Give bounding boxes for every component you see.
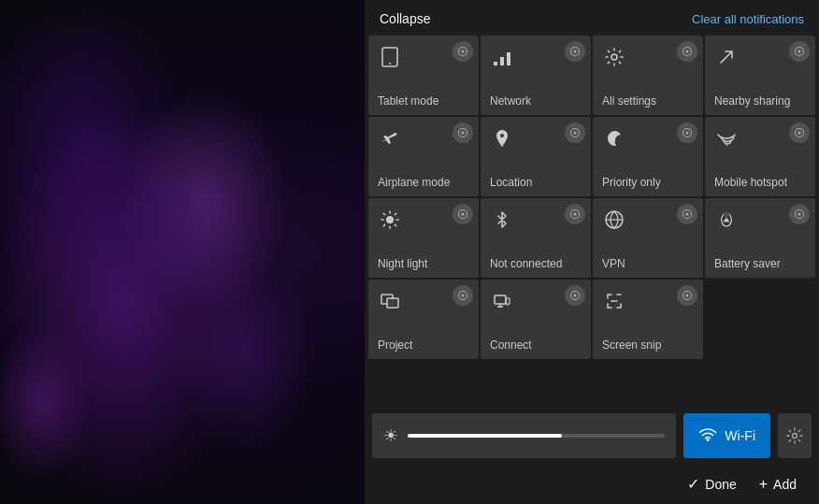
tile-bluetooth-label: Not connected	[490, 257, 562, 270]
tile-location-settings-icon[interactable]	[565, 122, 585, 143]
tile-priority-settings-icon[interactable]	[677, 122, 697, 143]
add-plus-icon: +	[759, 476, 768, 493]
done-button[interactable]: ✓ Done	[687, 475, 736, 493]
done-add-row: ✓ Done + Add	[372, 466, 812, 504]
svg-point-13	[798, 132, 801, 135]
svg-point-20	[798, 213, 801, 216]
svg-point-0	[462, 50, 465, 53]
wifi-label: Wi-Fi	[725, 428, 755, 443]
night-light-icon	[380, 209, 400, 236]
tile-hotspot-settings-icon[interactable]	[789, 122, 810, 143]
tile-connect[interactable]: Connect	[481, 280, 591, 359]
tile-network-settings-icon[interactable]	[565, 41, 585, 62]
tile-bluetooth[interactable]: Not connected	[481, 198, 591, 278]
tile-battery-settings-icon[interactable]	[789, 204, 810, 224]
svg-point-8	[611, 54, 617, 60]
tile-connect-settings-icon[interactable]	[565, 285, 585, 306]
brightness-control[interactable]: ☀	[372, 413, 676, 458]
tile-nearby-sharing[interactable]: Nearby sharing	[705, 36, 815, 115]
connect-icon	[492, 291, 512, 317]
svg-point-15	[386, 216, 394, 223]
location-icon	[492, 128, 512, 154]
done-checkmark-icon: ✓	[687, 475, 699, 493]
brightness-slider[interactable]	[408, 434, 665, 438]
brightness-wifi-row: ☀ Wi-Fi	[372, 413, 812, 458]
tile-bluetooth-settings-icon[interactable]	[565, 204, 585, 224]
add-button[interactable]: + Add	[759, 476, 797, 493]
svg-point-9	[798, 50, 801, 53]
action-center: Collapse Clear all notifications Tablet …	[365, 0, 819, 504]
tile-location[interactable]: Location	[481, 117, 591, 196]
tile-vpn-settings-icon[interactable]	[677, 204, 697, 224]
nearby-sharing-icon	[716, 47, 737, 73]
tile-night-light-settings-icon[interactable]	[453, 204, 473, 224]
tile-vpn[interactable]: VPN	[593, 198, 703, 278]
tile-mobile-hotspot[interactable]: Mobile hotspot	[705, 117, 815, 196]
tile-mobile-hotspot-label: Mobile hotspot	[714, 176, 787, 189]
svg-rect-25	[495, 295, 506, 304]
tile-battery-saver-label: Battery saver	[714, 257, 781, 270]
battery-saver-icon	[716, 209, 737, 236]
svg-point-7	[686, 50, 689, 53]
collapse-button[interactable]: Collapse	[380, 11, 430, 26]
tile-snip-settings-icon[interactable]	[677, 285, 697, 306]
tile-vpn-label: VPN	[602, 257, 625, 270]
bluetooth-icon	[492, 209, 512, 236]
tablet-mode-icon	[380, 47, 400, 73]
tile-project-label: Project	[378, 338, 412, 352]
quick-tiles-grid: Tablet mode Network All settings	[365, 34, 819, 361]
tile-tablet-mode[interactable]: Tablet mode	[368, 36, 479, 115]
svg-point-3	[574, 50, 577, 53]
svg-point-14	[462, 213, 465, 216]
svg-rect-5	[500, 57, 504, 65]
tile-settings-icon[interactable]	[453, 41, 473, 62]
bottom-bar: ☀ Wi-Fi	[365, 406, 819, 504]
screen-snip-icon	[604, 291, 625, 317]
tile-all-settings-label: All settings	[602, 94, 656, 108]
settings-gear-button[interactable]	[778, 413, 812, 458]
tile-connect-label: Connect	[490, 338, 532, 352]
tile-location-label: Location	[490, 176, 532, 189]
tile-battery-saver[interactable]: Battery saver	[705, 198, 815, 278]
tile-all-settings[interactable]: All settings	[593, 36, 703, 115]
tile-night-light-label: Night light	[378, 257, 427, 270]
svg-point-31	[793, 434, 797, 439]
tile-project[interactable]: Project	[368, 280, 479, 359]
tile-night-light[interactable]: Night light	[368, 198, 479, 278]
mobile-hotspot-icon	[716, 128, 737, 154]
tile-project-settings-icon[interactable]	[453, 285, 473, 306]
network-icon	[492, 47, 512, 73]
project-icon	[380, 291, 400, 317]
tile-airplane-settings-icon[interactable]	[453, 122, 473, 143]
airplane-mode-icon	[380, 128, 400, 154]
brightness-icon: ☀	[383, 425, 398, 446]
svg-point-17	[686, 213, 689, 216]
svg-rect-23	[387, 298, 398, 308]
tile-screen-snip[interactable]: Screen snip	[593, 280, 703, 359]
wifi-icon	[698, 425, 717, 448]
svg-point-21	[462, 295, 465, 297]
brightness-fill	[408, 434, 562, 438]
svg-point-30	[686, 295, 689, 297]
tile-airplane-mode[interactable]: Airplane mode	[368, 117, 479, 196]
wifi-badge[interactable]: Wi-Fi	[683, 413, 770, 458]
svg-point-11	[574, 132, 577, 135]
tile-nearby-settings-icon[interactable]	[789, 41, 810, 62]
svg-point-12	[686, 132, 689, 135]
done-label: Done	[705, 477, 736, 492]
tile-network-label: Network	[490, 94, 531, 108]
tile-all-settings-settings-icon[interactable]	[677, 41, 697, 62]
svg-point-10	[462, 132, 465, 135]
priority-only-icon	[604, 128, 625, 154]
svg-rect-6	[507, 52, 510, 65]
tile-airplane-mode-label: Airplane mode	[378, 176, 450, 189]
tile-priority-only[interactable]: Priority only	[593, 117, 703, 196]
tile-network[interactable]: Network	[481, 36, 591, 115]
vpn-icon	[604, 209, 625, 236]
clear-notifications-button[interactable]: Clear all notifications	[692, 12, 804, 26]
all-settings-icon	[604, 47, 625, 73]
add-label: Add	[773, 477, 797, 492]
tile-tablet-mode-label: Tablet mode	[378, 94, 438, 108]
tile-priority-only-label: Priority only	[602, 176, 661, 189]
svg-rect-4	[494, 62, 497, 65]
